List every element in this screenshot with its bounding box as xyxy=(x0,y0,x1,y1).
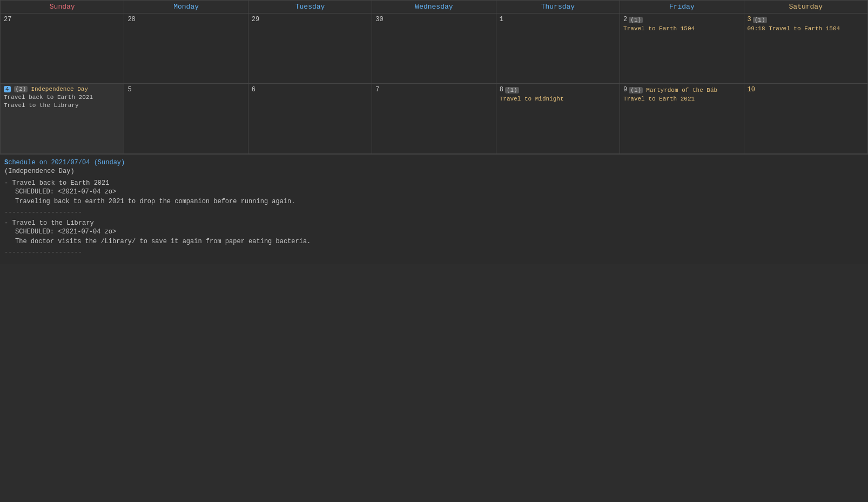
col-sunday: Sunday xyxy=(1,1,124,14)
cell-8[interactable]: 8 (1) Travel to Midnight xyxy=(496,84,620,154)
cell-7[interactable]: 7 xyxy=(372,84,496,154)
holiday-label: Martyrdom of the Báb xyxy=(646,87,717,93)
schedule-entry-2: - Travel to the Library SCHEDULED: <2021… xyxy=(4,219,864,245)
event-item: Travel back to Earth 2021 xyxy=(4,93,120,102)
day-number: 3 xyxy=(748,16,751,23)
col-monday: Monday xyxy=(124,1,248,14)
schedule-date: chedule on 2021/07/04 (Sunday) xyxy=(8,159,125,166)
entry-desc-1: Traveling back to earth 2021 to drop the… xyxy=(4,198,864,205)
day-number: 6 xyxy=(252,86,255,93)
calendar-header-row: Sunday Monday Tuesday Wednesday Thursday… xyxy=(1,1,868,14)
day-number-badge: 4 xyxy=(4,86,11,92)
schedule-section: Schedule on 2021/07/04 (Sunday) (Indepen… xyxy=(0,154,868,264)
entry-desc-2: The doctor visits the /Library/ to save … xyxy=(4,238,864,245)
cell-2[interactable]: 2 (1) Travel to Earth 1504 xyxy=(620,14,744,84)
day-number: 7 xyxy=(375,86,379,93)
day-number: 29 xyxy=(252,16,259,23)
event-badge: (1) xyxy=(629,87,643,93)
event-badge: (1) xyxy=(505,87,519,93)
entry-title-1: - Travel back to Earth 2021 xyxy=(4,179,864,187)
cell-4[interactable]: 4 (2) Independence Day Travel back to Ea… xyxy=(1,84,124,154)
day-number: 2 xyxy=(623,16,627,23)
event-item: Travel to Earth 2021 xyxy=(623,96,740,102)
cell-10[interactable]: 10 xyxy=(744,84,867,154)
calendar-row-1: 27 28 29 30 1 2 (1) Travel to Earth 1504 xyxy=(1,14,868,84)
event-item: Travel to Earth 1504 xyxy=(623,25,740,32)
day-number: 8 xyxy=(500,86,503,93)
day-number: 10 xyxy=(748,86,755,93)
day-number: 1 xyxy=(500,16,503,23)
col-wednesday: Wednesday xyxy=(372,1,496,14)
cell-5[interactable]: 5 xyxy=(124,84,248,154)
event-badge: (1) xyxy=(753,17,767,23)
cell-3[interactable]: 3 (1) 09:18 Travel to Earth 1504 xyxy=(744,14,867,84)
col-tuesday: Tuesday xyxy=(248,1,372,14)
col-friday: Friday xyxy=(620,1,744,14)
event-item: Travel to the Library xyxy=(4,102,120,110)
col-saturday: Saturday xyxy=(744,1,867,14)
day-number: 28 xyxy=(127,16,135,23)
day-number: 30 xyxy=(375,16,383,23)
divider-1: -------------------- xyxy=(4,209,864,216)
calendar-row-2: 4 (2) Independence Day Travel back to Ea… xyxy=(1,84,868,154)
event-badge: (2) xyxy=(14,86,28,92)
day-number: 27 xyxy=(4,16,11,23)
cell-9[interactable]: 9 (1) Martyrdom of the Báb Travel to Ear… xyxy=(620,84,744,154)
entry-title-2: - Travel to the Library xyxy=(4,219,864,227)
schedule-entry-1: - Travel back to Earth 2021 SCHEDULED: <… xyxy=(4,179,864,205)
entry-scheduled-2: SCHEDULED: <2021-07-04 zo> xyxy=(4,228,864,236)
day-number: 9 xyxy=(623,86,627,93)
event-item: 09:18 Travel to Earth 1504 xyxy=(748,25,864,32)
cell-30[interactable]: 30 xyxy=(372,14,496,84)
cell-27[interactable]: 27 xyxy=(1,14,124,84)
holiday-label: Independence Day xyxy=(31,86,88,92)
entry-scheduled-1: SCHEDULED: <2021-07-04 zo> xyxy=(4,188,864,196)
cell-1[interactable]: 1 xyxy=(496,14,620,84)
cell-29[interactable]: 29 xyxy=(248,14,372,84)
day-number: 5 xyxy=(127,86,131,93)
schedule-title: Schedule on 2021/07/04 (Sunday) xyxy=(4,159,864,166)
schedule-holiday: (Independence Day) xyxy=(4,168,864,175)
cell-28[interactable]: 28 xyxy=(124,14,248,84)
calendar-table: Sunday Monday Tuesday Wednesday Thursday… xyxy=(0,0,868,154)
col-thursday: Thursday xyxy=(496,1,620,14)
event-badge: (1) xyxy=(629,17,643,23)
divider-2: -------------------- xyxy=(4,249,864,256)
event-item: Travel to Midnight xyxy=(500,96,616,102)
cell-6[interactable]: 6 xyxy=(248,84,372,154)
